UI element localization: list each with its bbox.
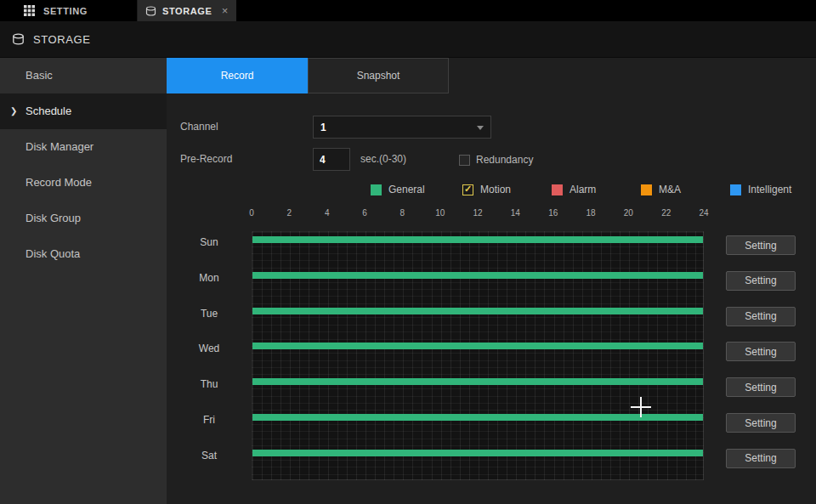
day-label-sat: Sat (167, 450, 252, 462)
sidebar-item-schedule[interactable]: ❯ Schedule (0, 93, 167, 129)
schedule-bar-sun[interactable] (252, 236, 703, 243)
timeline-tick: 0 (249, 208, 254, 218)
tab-setting-label: SETTING (43, 6, 88, 16)
sidebar-item-record-mode[interactable]: Record Mode (0, 165, 167, 201)
tab-setting[interactable]: SETTING (0, 0, 138, 21)
legend-label: Intelligent (748, 184, 791, 195)
setting-button-wed[interactable]: Setting (726, 342, 796, 361)
sidebar-item-label: Record Mode (26, 176, 92, 189)
channel-select[interactable]: 1 (313, 116, 491, 139)
pre-record-unit: sec.(0-30) (360, 153, 406, 165)
timeline-tick: 24 (699, 208, 708, 218)
redundancy-label: Redundancy (476, 154, 533, 166)
timeline-tick: 6 (362, 208, 367, 218)
timeline-tick: 18 (586, 208, 595, 218)
legend-label: Alarm (570, 184, 596, 195)
legend-general[interactable]: General (371, 184, 425, 195)
schedule-grid[interactable] (252, 231, 704, 480)
main-content: Record Snapshot Channel 1 Pre-Record sec… (167, 58, 816, 504)
tab-snapshot[interactable]: Snapshot (308, 58, 449, 93)
setting-button-sat[interactable]: Setting (726, 449, 796, 468)
timeline-tick: 14 (511, 208, 520, 218)
chevron-down-icon (477, 126, 484, 130)
sidebar-item-disk-manager[interactable]: Disk Manager (0, 129, 167, 165)
motion-checked-swatch (462, 184, 473, 195)
setting-button-thu[interactable]: Setting (726, 377, 796, 397)
legend-motion[interactable]: Motion (462, 184, 511, 195)
disk-icon (145, 6, 156, 16)
disk-icon (12, 33, 25, 45)
setting-button-sun[interactable]: Setting (726, 235, 796, 255)
legend-ma[interactable]: M&A (641, 184, 681, 195)
timeline-tick: 10 (435, 208, 445, 218)
day-label-tue: Tue (167, 308, 252, 320)
grid-icon (24, 5, 35, 16)
day-label-fri: Fri (167, 414, 252, 426)
timeline-tick: 2 (287, 208, 292, 218)
schedule-bar-wed[interactable] (252, 343, 703, 349)
sidebar-item-label: Disk Manager (26, 140, 94, 153)
alarm-color-swatch (552, 184, 563, 195)
titlebar: SETTING STORAGE × (0, 0, 816, 21)
channel-label: Channel (180, 121, 218, 133)
sidebar-item-label: Basic (26, 69, 53, 82)
schedule-bar-thu[interactable] (252, 378, 703, 385)
sidebar-item-label: Disk Quota (26, 247, 80, 260)
day-label-sun: Sun (167, 236, 252, 248)
page-title: STORAGE (33, 33, 91, 46)
tab-record[interactable]: Record (167, 58, 308, 93)
timeline-tick: 20 (624, 208, 633, 218)
channel-select-value: 1 (320, 122, 326, 133)
legend-label: M&A (659, 184, 681, 195)
day-label-wed: Wed (167, 343, 252, 354)
setting-button-mon[interactable]: Setting (726, 271, 796, 291)
page-header: STORAGE (0, 21, 816, 58)
schedule-bar-mon[interactable] (252, 272, 703, 279)
day-label-mon: Mon (167, 272, 252, 284)
legend-alarm[interactable]: Alarm (552, 184, 596, 195)
timeline-tick: 4 (325, 208, 330, 218)
chevron-right-icon: ❯ (10, 93, 17, 129)
close-icon[interactable]: × (222, 5, 229, 16)
setting-button-fri[interactable]: Setting (726, 413, 796, 433)
sidebar-item-label: Disk Group (26, 212, 81, 224)
timeline-tick: 16 (548, 208, 558, 218)
sidebar-item-disk-group[interactable]: Disk Group (0, 201, 167, 236)
schedule-bar-fri[interactable] (252, 414, 703, 421)
redundancy-checkbox[interactable] (459, 155, 470, 166)
legend-label: Motion (480, 184, 511, 195)
tab-storage-label: STORAGE (162, 6, 212, 16)
timeline-tick: 22 (661, 208, 671, 218)
general-color-swatch (371, 184, 382, 195)
sidebar-item-disk-quota[interactable]: Disk Quota (0, 236, 167, 272)
sidebar-item-label: Schedule (26, 105, 71, 117)
pre-record-label: Pre-Record (180, 153, 232, 165)
setting-button-tue[interactable]: Setting (726, 307, 796, 326)
timeline-tick: 8 (400, 208, 405, 218)
ma-color-swatch (641, 184, 652, 195)
legend-label: General (388, 184, 425, 195)
pre-record-input[interactable] (313, 148, 350, 171)
app-window: SETTING STORAGE × STORAGE Basic (0, 0, 816, 504)
legend-intelligent[interactable]: Intelligent (730, 184, 791, 195)
timeline-tick: 12 (473, 208, 482, 218)
schedule-bar-tue[interactable] (252, 308, 703, 314)
day-label-thu: Thu (167, 378, 252, 390)
intelligent-color-swatch (730, 184, 741, 195)
tab-storage[interactable]: STORAGE × (138, 0, 236, 21)
sidebar: Basic ❯ Schedule Disk Manager Record Mod… (0, 58, 167, 504)
schedule-bar-sat[interactable] (252, 450, 703, 456)
sidebar-item-basic[interactable]: Basic (0, 58, 167, 93)
